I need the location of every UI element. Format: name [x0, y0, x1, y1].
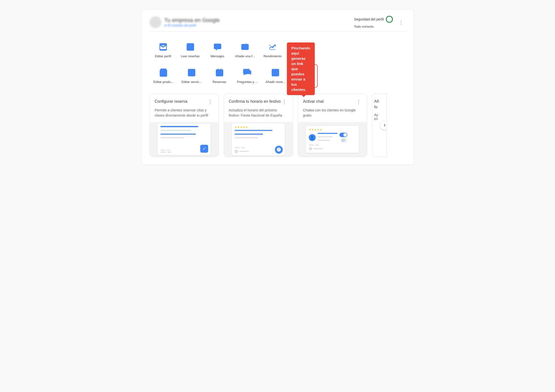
chat-icon	[212, 41, 223, 52]
card-activar-chat[interactable]: Activar chat ⋮ Chatea con los clientes e…	[298, 94, 367, 157]
security-label: Seguridad del perfil	[354, 16, 393, 23]
schedule-line-1	[235, 130, 273, 131]
card-configurar-reserva[interactable]: Configurar reserva ⋮ Permite a clientes …	[150, 94, 219, 157]
calendar-icon	[214, 67, 225, 78]
illus-line-1	[160, 126, 199, 127]
card-illustration-horario: ★ ★ ★ ★ ★ 🕐	[224, 122, 293, 157]
action-editar-perfil[interactable]: Editar perfil	[150, 39, 177, 61]
booking-inner: ✓	[157, 124, 211, 155]
chat-line-2	[318, 136, 333, 137]
chat-line-3	[318, 140, 330, 141]
stars-row: ★ ★ ★ ★ ★	[235, 126, 282, 128]
star-icon	[185, 41, 196, 52]
svg-rect-7	[218, 73, 219, 75]
card-illustration-reserva: ✓	[150, 122, 219, 157]
list-icon	[186, 67, 197, 78]
page-subtitle: ● 45 reseñas del perfil	[164, 23, 220, 27]
schedule-illustration: ★ ★ ★ ★ ★ 🕐	[224, 122, 293, 157]
trending-icon	[267, 41, 278, 52]
action-label-editar-perfil: Editar perfil	[155, 54, 171, 58]
photo-icon	[240, 41, 250, 52]
shopping-bag-icon	[158, 67, 169, 78]
action-solicitar-res[interactable]: Pinchando aquí generas un link que puede…	[289, 64, 318, 88]
header: Tu empresa en Google ● 45 reseñas del pe…	[150, 16, 406, 32]
card-partial-desc: Ay	[374, 113, 385, 117]
action-label-editar-servic: Editar servic...	[181, 80, 202, 84]
svg-point-4	[243, 46, 244, 47]
card-title-chat: Activar chat	[303, 99, 355, 104]
more-options-button[interactable]: ⋮	[397, 18, 406, 26]
clock-icon: 🕐	[275, 146, 283, 154]
chat-bubble: 💬	[340, 138, 347, 143]
action-leer-resenas[interactable]: Leer reseñas	[177, 39, 204, 61]
add-post-icon	[270, 67, 281, 78]
schedule-line-2	[235, 134, 263, 135]
card-partial: Añ tu Ay en	[372, 94, 387, 157]
chevron-right-icon	[383, 123, 387, 127]
card-more-horario[interactable]: ⋮	[281, 99, 288, 105]
schedule-line-3	[235, 137, 258, 138]
action-anadir-nove[interactable]: Añadir nove...	[262, 64, 289, 87]
action-rendimiento[interactable]: Rendimiento	[259, 39, 286, 61]
card-title-reserva: Configurar reserva	[155, 99, 207, 104]
action-label-preguntas: Preguntas y ...	[237, 80, 258, 84]
booking-illustration: ✓	[150, 122, 219, 157]
action-label-mensajes: Mensajes	[211, 54, 224, 58]
actions-row-1: Editar perfil Leer reseñas Mensajes	[150, 39, 406, 61]
tooltip-bubble: Pinchando aquí generas un link que puede…	[287, 42, 315, 95]
chat-inner: ★ ★ ★ ★ ★ 👤	[306, 126, 359, 153]
card-header-horario: Confirma tu horario en festivo ⋮	[229, 99, 288, 105]
person-icon: 👤	[309, 134, 316, 141]
security-text: Seguridad del perfil	[354, 17, 384, 21]
header-right: Seguridad del perfil Todo correcto. ⋮	[354, 16, 406, 28]
action-reservas[interactable]: Reservas	[206, 64, 233, 87]
action-label-rendimiento: Rendimiento	[264, 54, 282, 58]
action-editar-servic[interactable]: Editar servic...	[178, 64, 206, 87]
illus-line-2	[160, 130, 191, 131]
avatar	[150, 16, 161, 28]
action-label-anadir-nove: Añadir nove...	[266, 80, 285, 84]
card-more-reserva[interactable]: ⋮	[207, 99, 214, 105]
action-editar-produ[interactable]: Editar produ...	[150, 64, 178, 87]
header-left: Tu empresa en Google ● 45 reseñas del pe…	[150, 16, 220, 28]
card-confirma-horario[interactable]: Confirma tu horario en festivo ⋮ Actuali…	[224, 94, 293, 157]
store-icon	[158, 41, 169, 52]
card-header-reserva: Configurar reserva ⋮	[155, 99, 214, 105]
action-mensajes[interactable]: Mensajes	[204, 39, 231, 61]
card-title-horario: Confirma tu horario en festivo	[229, 99, 281, 104]
illus-line-3	[160, 134, 196, 135]
page-title: Tu empresa en Google	[164, 17, 220, 23]
card-header-chat: Activar chat ⋮	[303, 99, 362, 105]
svg-rect-6	[216, 70, 223, 76]
chat-person-row: 👤 💬	[309, 133, 356, 143]
security-badge: Seguridad del perfil Todo correcto.	[354, 16, 393, 28]
chat-stars-row: ★ ★ ★ ★ ★	[309, 128, 356, 131]
check-icon: ✓	[200, 145, 208, 153]
chat-illustration: ★ ★ ★ ★ ★ 👤	[298, 122, 367, 157]
security-circle-icon	[386, 16, 393, 23]
illus-line-4	[160, 137, 184, 138]
main-container: Tu empresa en Google ● 45 reseñas del pe…	[142, 10, 414, 165]
card-desc-chat: Chatea con los clientes en Google gratis	[303, 108, 362, 118]
card-partial-desc2: en	[374, 117, 385, 121]
toggle-container: 💬	[339, 133, 347, 143]
schedule-inner: ★ ★ ★ ★ ★ 🕐	[232, 123, 285, 156]
chat-line-1	[318, 133, 337, 134]
card-partial-subtitle: tu	[374, 104, 385, 110]
cards-row: Configurar reserva ⋮ Permite a clientes …	[150, 94, 406, 157]
nav-arrow-button[interactable]	[380, 121, 387, 130]
qa-icon	[242, 67, 253, 78]
toggle-icon	[339, 133, 347, 137]
actions-row-2: Editar produ... Editar servic... Rese	[150, 64, 406, 88]
action-label-reservas: Reservas	[213, 80, 226, 84]
security-status: Todo correcto.	[354, 25, 374, 28]
action-label-editar-produ: Editar produ...	[154, 80, 174, 84]
card-partial-title: Añ	[374, 99, 385, 104]
card-illustration-chat: ★ ★ ★ ★ ★ 👤	[298, 122, 367, 157]
card-more-chat[interactable]: ⋮	[355, 99, 362, 105]
header-title-block: Tu empresa en Google ● 45 reseñas del pe…	[164, 17, 220, 27]
action-label-leer-resenas: Leer reseñas	[181, 54, 200, 58]
action-preguntas[interactable]: Preguntas y ...	[233, 64, 262, 87]
action-anade-foto[interactable]: Añade una f...	[231, 39, 259, 61]
tooltip-text: Pinchando aquí generas un link que puede…	[291, 46, 310, 92]
